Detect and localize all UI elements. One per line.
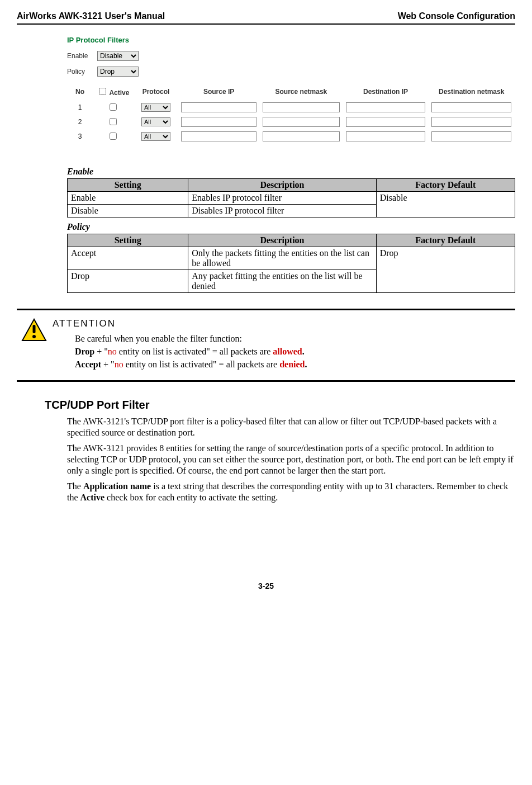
active-checkbox[interactable] <box>110 118 117 125</box>
tcpudp-para1: The AWK-3121's TCP/UDP port filter is a … <box>67 416 515 438</box>
dst-ip-input[interactable] <box>346 102 426 112</box>
dst-ip-input[interactable] <box>346 131 426 141</box>
tcpudp-para2: The AWK-3121 provides 8 entities for set… <box>67 443 515 476</box>
policy-label: Policy <box>67 68 97 75</box>
attention-line2: Drop + "no entity on list is activated" … <box>75 347 307 357</box>
dst-ip-input[interactable] <box>346 117 426 127</box>
attention-title: ATTENTION <box>53 318 307 329</box>
col-protocol: Protocol <box>135 84 177 99</box>
col-setting: Setting <box>68 234 188 247</box>
policy-select[interactable]: Drop <box>97 67 139 77</box>
attention-line3: Accept + "no entity on list is activated… <box>75 360 307 370</box>
header-right: Web Console Configuration <box>398 11 515 21</box>
col-dst-nm: Destination netmask <box>429 84 514 99</box>
enable-label: Enable <box>67 52 97 60</box>
cell-desc: Disables IP protocol filter <box>188 205 376 217</box>
header-left: AirWorks AWK-3121 User's Manual <box>17 11 165 21</box>
col-default: Factory Default <box>376 179 515 192</box>
col-default: Factory Default <box>376 234 515 247</box>
attention-line1: Be careful when you enable the filter fu… <box>75 334 307 344</box>
col-active: Active <box>93 84 133 99</box>
dst-nm-input[interactable] <box>431 117 511 127</box>
cell-setting: Accept <box>68 247 188 270</box>
enable-select[interactable]: Disable <box>97 51 139 61</box>
cell-desc: Only the packets fitting the entities on… <box>188 247 376 270</box>
active-all-checkbox[interactable] <box>99 88 106 95</box>
dst-nm-input[interactable] <box>431 131 511 141</box>
policy-heading: Policy <box>67 222 515 232</box>
cell-default: Drop <box>376 247 515 293</box>
src-nm-input[interactable] <box>263 117 340 127</box>
enable-table: Setting Description Factory Default Enab… <box>67 178 515 217</box>
enable-row: Enable Disable <box>67 51 515 61</box>
cell-desc: Enables IP protocol filter <box>188 192 376 205</box>
cell-default: Disable <box>376 192 515 217</box>
page-number: 3-25 <box>17 581 515 590</box>
src-ip-input[interactable] <box>181 117 256 127</box>
enable-heading: Enable <box>67 167 515 177</box>
active-checkbox[interactable] <box>110 133 117 140</box>
ip-filter-screenshot: IP Protocol Filters Enable Disable Polic… <box>67 36 515 144</box>
col-dst-ip: Destination IP <box>344 84 428 99</box>
src-ip-input[interactable] <box>181 131 256 141</box>
row-no: 1 <box>69 101 91 114</box>
col-src-nm: Source netmask <box>260 84 342 99</box>
row-no: 3 <box>69 130 91 143</box>
tcpudp-heading: TCP/UDP Port Filter <box>45 399 515 412</box>
dst-nm-input[interactable] <box>431 102 511 112</box>
col-setting: Setting <box>68 179 188 192</box>
protocol-select[interactable]: All <box>141 132 170 141</box>
col-description: Description <box>188 179 376 192</box>
table-row: 1 All <box>69 101 514 114</box>
src-ip-input[interactable] <box>181 102 256 112</box>
enable-section: Enable Setting Description Factory Defau… <box>67 167 515 217</box>
policy-row: Policy Drop <box>67 67 515 77</box>
col-description: Description <box>188 234 376 247</box>
protocol-select[interactable]: All <box>141 103 170 112</box>
src-nm-input[interactable] <box>263 102 340 112</box>
attention-box: ATTENTION Be careful when you enable the… <box>17 309 515 382</box>
panel-title: IP Protocol Filters <box>67 36 515 44</box>
page-header: AirWorks AWK-3121 User's Manual Web Cons… <box>17 11 515 25</box>
cell-desc: Any packet fitting the entities on the l… <box>188 270 376 293</box>
attention-content: ATTENTION Be careful when you enable the… <box>53 318 307 372</box>
cell-setting: Enable <box>68 192 188 205</box>
policy-section: Policy Setting Description Factory Defau… <box>67 222 515 293</box>
src-nm-input[interactable] <box>263 131 340 141</box>
cell-setting: Disable <box>68 205 188 217</box>
svg-rect-1 <box>33 325 36 333</box>
cell-setting: Drop <box>68 270 188 293</box>
col-no: No <box>69 84 91 99</box>
svg-point-2 <box>32 335 36 338</box>
protocol-select[interactable]: All <box>141 117 170 126</box>
filter-table: No Active Protocol Source IP Source netm… <box>67 82 515 144</box>
active-checkbox[interactable] <box>110 103 117 111</box>
policy-table: Setting Description Factory Default Acce… <box>67 234 515 293</box>
row-no: 2 <box>69 115 91 128</box>
tcpudp-para3: The Application name is a text string th… <box>67 481 515 503</box>
table-row: 2 All <box>69 115 514 128</box>
table-row: 3 All <box>69 130 514 143</box>
warning-icon <box>21 318 47 344</box>
col-src-ip: Source IP <box>179 84 259 99</box>
